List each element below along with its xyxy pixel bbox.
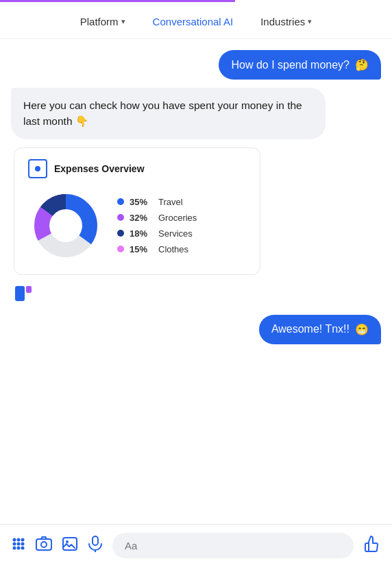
chat-area: How do I spend money? 🤔 Here you can che… (0, 39, 392, 505)
svg-point-15 (17, 547, 21, 550)
svg-rect-17 (36, 539, 51, 550)
travel-pct: 35% (130, 197, 153, 207)
progress-bar (0, 0, 235, 2)
grid-icon[interactable] (11, 536, 26, 555)
travel-label: Travel (158, 197, 183, 207)
svg-point-10 (21, 538, 25, 542)
chart-body: 35% Travel 32% Groceries 18% Services 15… (28, 188, 246, 263)
chart-title: Expenses Overview (54, 163, 145, 174)
expenses-chart-card: Expenses Overview (14, 147, 260, 275)
message-input[interactable] (112, 533, 354, 558)
svg-point-13 (21, 543, 25, 546)
services-label: Services (158, 228, 193, 239)
bot-message-1-text: Here you can check how you have spent yo… (23, 99, 302, 127)
svg-point-9 (17, 538, 21, 542)
camera-icon[interactable] (36, 536, 52, 556)
grin-emoji: 😁 (355, 323, 369, 336)
chart-icon (28, 159, 47, 178)
conversational-ai-label: Conversational AI (153, 16, 234, 27)
industries-label: Industries (260, 16, 305, 27)
legend-services: 18% Services (117, 228, 197, 239)
nav-conversational-ai[interactable]: Conversational AI (153, 16, 234, 27)
clothes-dot (117, 246, 124, 252)
svg-point-16 (21, 547, 25, 550)
svg-point-20 (66, 540, 69, 543)
groceries-dot (117, 214, 124, 221)
image-icon[interactable] (62, 536, 78, 556)
services-dot (117, 230, 124, 237)
svg-point-14 (13, 547, 16, 550)
nav-industries[interactable]: Industries ▾ (260, 16, 312, 27)
svg-rect-6 (15, 286, 25, 301)
chart-icon-dot (35, 166, 40, 171)
bot-message-1: Here you can check how you have spent yo… (11, 88, 326, 139)
clothes-label: Clothes (158, 244, 188, 254)
navigation: Platform ▾ Conversational AI Industries … (0, 2, 392, 39)
thumbs-up-icon[interactable] (363, 535, 381, 557)
chart-header: Expenses Overview (28, 159, 246, 178)
user-message-2-text: Awesome! Tnx!! (271, 323, 350, 335)
industries-chevron-icon: ▾ (308, 17, 312, 26)
svg-point-18 (41, 542, 47, 547)
platform-label: Platform (80, 16, 119, 27)
thinking-emoji: 🤔 (355, 58, 369, 71)
legend-travel: 35% Travel (117, 197, 197, 207)
services-pct: 18% (130, 228, 153, 239)
mic-icon[interactable] (88, 536, 103, 556)
svg-point-8 (13, 538, 16, 542)
travel-dot (117, 198, 124, 205)
chart-legend: 35% Travel 32% Groceries 18% Services 15… (117, 197, 197, 254)
legend-groceries: 32% Groceries (117, 213, 197, 223)
svg-point-11 (13, 543, 16, 546)
groceries-pct: 32% (130, 213, 153, 223)
input-bar (0, 524, 392, 572)
legend-clothes: 15% Clothes (117, 244, 197, 254)
clothes-pct: 15% (130, 244, 153, 254)
user-message-1-text: How do I spend money? (231, 59, 350, 71)
nav-platform[interactable]: Platform ▾ (80, 16, 125, 27)
svg-point-12 (17, 543, 21, 546)
user-message-2: Awesome! Tnx!! 😁 (259, 315, 381, 344)
groceries-label: Groceries (158, 213, 197, 223)
platform-chevron-icon: ▾ (121, 17, 125, 26)
svg-rect-7 (26, 286, 32, 293)
user-message-1: How do I spend money? 🤔 (219, 50, 381, 80)
svg-rect-21 (93, 536, 98, 545)
svg-point-5 (50, 210, 82, 241)
donut-chart (28, 188, 103, 263)
bot-logo (15, 286, 381, 301)
